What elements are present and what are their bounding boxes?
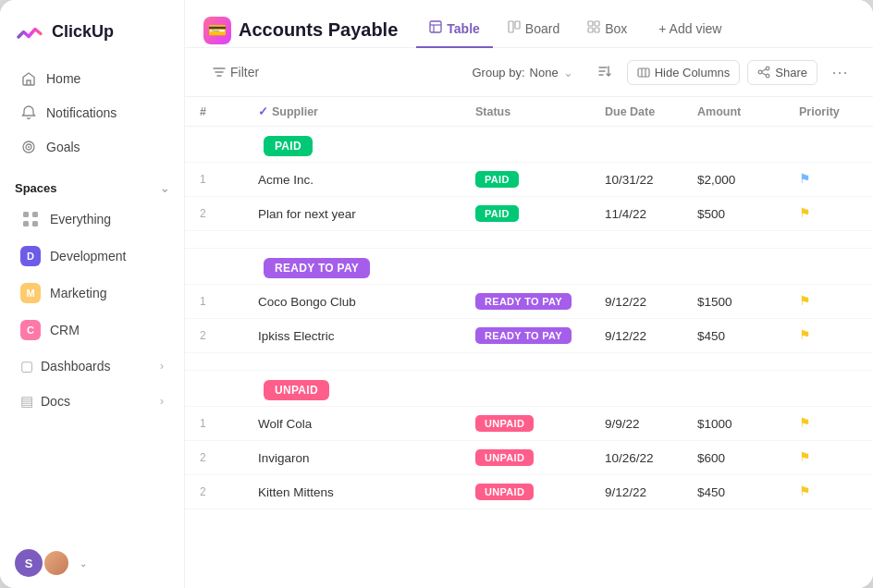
- col-duedate[interactable]: Due Date: [596, 97, 688, 127]
- development-dot: D: [20, 246, 41, 266]
- sidebar-item-development[interactable]: D Development: [6, 239, 178, 274]
- table-row[interactable]: 1 Wolf Cola UNPAID 9/9/22 $1000 ⚑: [185, 407, 873, 441]
- logo[interactable]: ClickUp: [0, 0, 184, 57]
- priority-flag-icon: ⚑: [799, 293, 816, 310]
- row-supplier: Wolf Cola: [249, 407, 466, 441]
- page-icon: 💳: [203, 17, 231, 44]
- dashboards-icon: ▢: [20, 358, 33, 374]
- table-row[interactable]: 2 Invigaron UNPAID 10/26/22 $600 ⚑: [185, 441, 873, 475]
- marketing-dot: M: [20, 283, 41, 303]
- filter-label: Filter: [230, 65, 259, 80]
- row-hash: 2: [185, 319, 215, 353]
- sidebar-item-goals-label: Goals: [46, 140, 80, 154]
- row-priority: ⚑: [790, 163, 873, 197]
- clickup-logo-icon: [15, 17, 44, 46]
- sidebar-item-notifications[interactable]: Notifications: [6, 96, 178, 129]
- toolbar: Filter Group by: None ⌄ Hide Columns Sha…: [185, 48, 873, 97]
- sidebar-item-marketing[interactable]: M Marketing: [6, 276, 178, 311]
- svg-point-2: [28, 146, 30, 148]
- page-title: Accounts Payable: [239, 19, 398, 41]
- svg-line-22: [762, 69, 767, 71]
- tab-board[interactable]: Board: [495, 14, 572, 48]
- hide-columns-button[interactable]: Hide Columns: [627, 60, 741, 85]
- group-header-ready: READY TO PAY: [185, 249, 873, 285]
- row-priority: ⚑: [790, 285, 873, 319]
- svg-rect-11: [515, 21, 520, 29]
- table-row[interactable]: 2 Plan for next year PAID 11/4/22 $500 ⚑: [185, 197, 873, 231]
- status-badge: UNPAID: [475, 484, 534, 500]
- sidebar: ClickUp Home Notifications Goals: [0, 0, 185, 588]
- row-num: [215, 475, 249, 509]
- row-duedate: 9/12/22: [596, 475, 688, 509]
- tab-board-label: Board: [525, 21, 559, 36]
- table-row[interactable]: 1 Coco Bongo Club READY TO PAY 9/12/22 $…: [185, 285, 873, 319]
- row-num: [215, 319, 249, 353]
- row-amount: $450: [688, 475, 790, 509]
- table-row[interactable]: 2 Ipkiss Electric READY TO PAY 9/12/22 $…: [185, 319, 873, 353]
- sidebar-item-goals[interactable]: Goals: [6, 130, 178, 164]
- svg-line-23: [762, 73, 767, 75]
- tab-table[interactable]: Table: [416, 14, 493, 48]
- status-badge: UNPAID: [475, 415, 534, 432]
- supplier-check-icon: ✓: [258, 104, 268, 118]
- priority-flag-icon: ⚑: [799, 171, 816, 188]
- sidebar-item-dashboards[interactable]: ▢ Dashboards ›: [6, 349, 178, 383]
- row-status: PAID: [466, 197, 596, 231]
- crm-label: CRM: [50, 323, 80, 337]
- col-amount[interactable]: Amount: [688, 97, 790, 127]
- more-options-button[interactable]: ⋯: [825, 57, 855, 87]
- bell-icon: [20, 104, 37, 121]
- avatar-photo: [43, 549, 70, 577]
- share-button[interactable]: Share: [747, 60, 818, 85]
- col-priority[interactable]: Priority: [790, 97, 873, 127]
- groupby-chevron-icon: ⌄: [563, 66, 573, 80]
- spaces-collapse-icon[interactable]: ⌄: [160, 182, 169, 195]
- group-badge-ready: READY TO PAY: [264, 258, 370, 278]
- share-icon: [757, 66, 770, 79]
- row-num: [215, 163, 249, 197]
- row-hash: 2: [185, 475, 215, 509]
- status-badge: UNPAID: [475, 449, 534, 466]
- docs-icon: ▤: [20, 393, 33, 410]
- sidebar-item-notifications-label: Notifications: [46, 105, 117, 120]
- row-priority: ⚑: [790, 475, 873, 509]
- filter-button[interactable]: Filter: [203, 60, 268, 84]
- main-content: 💳 Accounts Payable Table Board: [185, 0, 873, 588]
- status-badge: READY TO PAY: [475, 293, 572, 310]
- row-hash: 2: [185, 197, 215, 231]
- row-supplier: Invigaron: [249, 441, 466, 475]
- row-duedate: 10/31/22: [596, 163, 688, 197]
- docs-chevron-icon: ›: [160, 395, 164, 408]
- priority-flag-icon: ⚑: [799, 327, 816, 344]
- sort-button[interactable]: [590, 59, 620, 86]
- row-amount: $1000: [688, 407, 790, 441]
- sidebar-item-crm[interactable]: C CRM: [6, 312, 178, 348]
- sidebar-item-home-label: Home: [46, 71, 80, 86]
- col-status[interactable]: Status: [466, 97, 596, 127]
- sidebar-item-docs[interactable]: ▤ Docs ›: [6, 385, 178, 418]
- board-icon: [508, 20, 521, 36]
- avatar-initials[interactable]: S: [15, 549, 43, 577]
- table-row[interactable]: 2 Kitten Mittens UNPAID 9/12/22 $450 ⚑: [185, 475, 873, 509]
- row-amount: $500: [688, 197, 790, 231]
- col-amount-label: Amount: [697, 105, 741, 118]
- row-duedate: 9/12/22: [596, 319, 688, 353]
- crm-dot: C: [20, 320, 41, 340]
- home-icon: [20, 70, 37, 87]
- row-hash: 2: [185, 441, 215, 475]
- sidebar-item-everything[interactable]: Everything: [6, 202, 178, 237]
- sidebar-item-home[interactable]: Home: [6, 62, 178, 95]
- svg-rect-15: [595, 28, 599, 32]
- spaces-section-header: Spaces ⌄: [0, 168, 184, 201]
- more-icon: ⋯: [831, 63, 848, 81]
- group-badge-paid: PAID: [264, 136, 313, 156]
- share-label: Share: [775, 66, 807, 80]
- table-row[interactable]: 1 Acme Inc. PAID 10/31/22 $2,000 ⚑: [185, 163, 873, 197]
- row-amount: $2,000: [688, 163, 790, 197]
- groupby-button[interactable]: Group by: None ⌄: [462, 61, 582, 84]
- add-view-button[interactable]: + Add view: [647, 15, 732, 46]
- col-supplier[interactable]: ✓ Supplier: [249, 97, 466, 127]
- tab-box[interactable]: Box: [574, 14, 640, 48]
- row-supplier: Acme Inc.: [249, 163, 466, 197]
- avatar-caret-icon[interactable]: ⌄: [80, 558, 87, 569]
